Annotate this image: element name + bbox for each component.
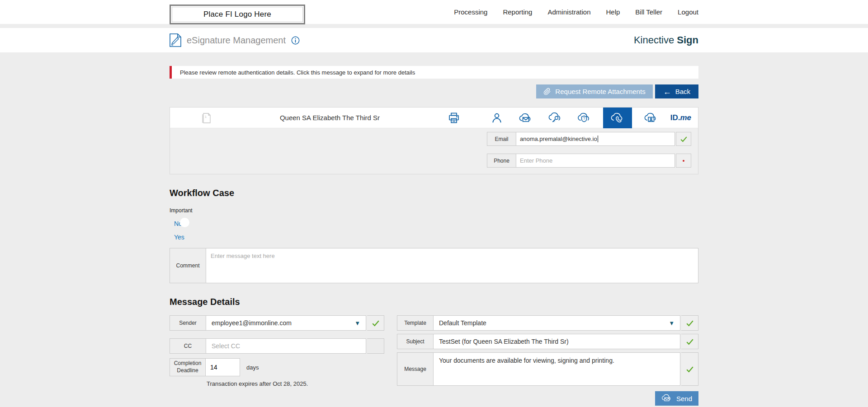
idme-bold: ID. <box>670 113 680 122</box>
email-valid-status <box>676 132 691 146</box>
email-input[interactable]: anoma.premalal@kinective.io <box>516 132 675 146</box>
auth-method-icons: ? ID.me <box>487 108 691 128</box>
recipient-name: Queen SA Elizabeth The Third Sr <box>212 114 448 122</box>
completion-deadline-label: Completion Deadline <box>170 358 206 376</box>
message-textarea-wrap: Your documents are available for viewing… <box>433 352 680 386</box>
important-option-yes[interactable]: Yes <box>174 234 192 241</box>
nav-help[interactable]: Help <box>606 8 620 16</box>
completion-deadline-input-wrap <box>206 358 240 376</box>
sender-label: Sender <box>170 315 206 331</box>
document-count-icon[interactable]: 1 <box>202 112 212 124</box>
fi-logo-placeholder: Place FI Logo Here <box>170 5 305 24</box>
template-dropdown[interactable]: Default Template ▼ <box>433 315 680 331</box>
cc-row: CC <box>170 338 384 354</box>
phone-input[interactable] <box>520 157 671 164</box>
page-title: eSignature Management <box>187 35 286 46</box>
important-label: Important <box>170 207 698 214</box>
template-valid-status <box>681 315 698 331</box>
back-arrow-icon: ← <box>663 88 671 96</box>
email-field-row: Email anoma.premalal@kinective.io <box>487 132 691 146</box>
send-label: Send <box>676 395 692 402</box>
deadline-unit-label: days <box>246 364 259 371</box>
cc-input-wrap <box>206 338 366 354</box>
request-remote-attachments-label: Request Remote Attachments <box>555 88 645 95</box>
send-cloud-mail-icon <box>661 394 672 403</box>
svg-text:?: ? <box>583 116 585 121</box>
option-yes-label: Yes <box>174 234 184 241</box>
completion-deadline-input[interactable] <box>206 359 240 376</box>
request-remote-attachments-button[interactable]: Request Remote Attachments <box>536 84 652 98</box>
phone-auth-icon[interactable] <box>603 108 632 128</box>
cc-label: CC <box>170 338 206 354</box>
subject-label: Subject <box>397 334 433 349</box>
expiry-note: Transaction expires after Oct 28, 2025. <box>207 380 384 387</box>
message-row: Message Your documents are available for… <box>397 352 698 386</box>
send-button[interactable]: Send <box>655 391 698 406</box>
message-textarea[interactable]: Your documents are available for viewing… <box>434 353 680 385</box>
phone-required-status <box>676 154 691 168</box>
nav-logout[interactable]: Logout <box>678 8 698 16</box>
cc-status <box>367 338 384 354</box>
subject-row: Subject <box>397 334 698 349</box>
email-auth-icon[interactable] <box>516 108 536 128</box>
sender-value: employee1@immonline.com <box>212 319 292 327</box>
recipient-contact-fields: Email anoma.premalal@kinective.io Phone <box>170 128 698 174</box>
info-icon[interactable] <box>291 36 300 45</box>
idme-italic: me <box>680 113 691 122</box>
nav-reporting[interactable]: Reporting <box>503 8 532 16</box>
phone-field-row: Phone <box>487 154 691 168</box>
auth-review-alert[interactable]: Please review remote authentication deta… <box>170 66 698 79</box>
header-divider <box>0 24 868 28</box>
kinective-sign-logo: Kinective Sign <box>634 34 698 46</box>
fi-logo-text: Place FI Logo Here <box>203 10 271 19</box>
email-label: Email <box>487 132 516 146</box>
printer-icon[interactable] <box>448 112 460 124</box>
comment-textarea[interactable] <box>206 248 698 283</box>
important-option-no[interactable]: No <box>174 220 192 227</box>
nav-user-bill-teller[interactable]: Bill Teller <box>635 8 662 16</box>
required-dot-icon <box>683 160 684 162</box>
back-label: Back <box>675 88 690 95</box>
message-details-left-column: Sender employee1@immonline.com ▼ CC Comp… <box>170 315 384 387</box>
email-value: anoma.premalal@kinective.io <box>520 136 597 142</box>
kba-auth-icon[interactable] <box>641 108 661 128</box>
message-valid-status <box>681 352 698 386</box>
subject-input[interactable] <box>439 338 675 345</box>
sender-row: Sender employee1@immonline.com ▼ <box>170 315 384 331</box>
completion-deadline-row: Completion Deadline days <box>170 358 384 376</box>
comment-field-row: Comment <box>170 248 698 283</box>
comment-box <box>206 248 698 283</box>
message-details-grid: Sender employee1@immonline.com ▼ CC Comp… <box>170 315 698 406</box>
access-code-auth-icon[interactable] <box>545 108 565 128</box>
in-person-auth-icon[interactable] <box>487 108 507 128</box>
idme-auth-icon[interactable]: ID.me <box>670 113 691 122</box>
brand-regular: Kinective <box>634 34 677 46</box>
template-value: Default Template <box>439 319 486 327</box>
subject-input-wrap <box>433 334 680 349</box>
template-row: Template Default Template ▼ <box>397 315 698 331</box>
sender-valid-status <box>367 315 384 331</box>
back-button[interactable]: ← Back <box>655 84 698 98</box>
chevron-down-icon: ▼ <box>669 320 675 327</box>
subject-valid-status <box>681 334 698 349</box>
page-header: eSignature Management Kinective Sign <box>0 28 868 52</box>
chevron-down-icon: ▼ <box>354 320 360 327</box>
message-details-title: Message Details <box>170 297 698 307</box>
nav-processing[interactable]: Processing <box>454 8 487 16</box>
phone-input-wrap <box>516 154 675 168</box>
paperclip-icon <box>543 88 551 95</box>
alert-message: Please review remote authentication deta… <box>180 69 415 76</box>
phone-label: Phone <box>487 154 516 168</box>
sender-dropdown[interactable]: employee1@immonline.com ▼ <box>206 315 366 331</box>
comment-label: Comment <box>170 248 206 283</box>
cc-input[interactable] <box>212 342 360 350</box>
send-row: Send <box>397 391 698 406</box>
nav-administration[interactable]: Administration <box>547 8 590 16</box>
top-nav: Processing Reporting Administration Help… <box>454 8 698 16</box>
brand-bold: Sign <box>677 34 698 46</box>
radio-circle[interactable] <box>180 218 189 227</box>
template-label: Template <box>397 315 433 331</box>
security-question-auth-icon[interactable]: ? <box>574 108 594 128</box>
recipient-card: 1 Queen SA Elizabeth The Third Sr <box>170 107 698 174</box>
actions-row: Request Remote Attachments ← Back <box>170 84 698 98</box>
